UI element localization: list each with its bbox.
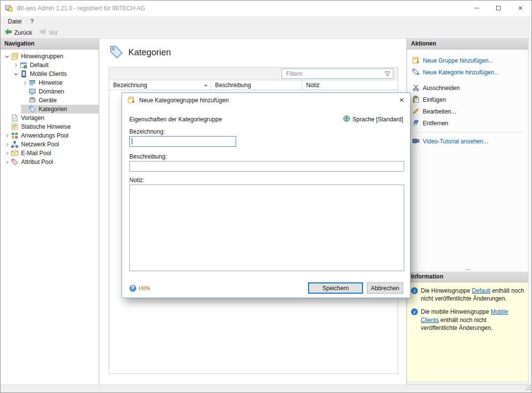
action-bearbeiten[interactable]: Bearbeiten... <box>412 107 523 116</box>
abbrechen-button[interactable]: Abbrechen <box>367 282 403 294</box>
hint-list-icon <box>28 79 36 87</box>
bezeichnung-label: Bezeichnung: <box>129 128 165 135</box>
action-neue-gruppe[interactable]: Neue Gruppe hinzufügen... <box>412 56 523 65</box>
notiz-label: Notiz: <box>129 177 145 184</box>
column-header-bezeichnung[interactable]: Bezeichnung <box>109 80 211 90</box>
folder-add-icon <box>412 56 420 66</box>
panel-splitter[interactable] <box>465 269 466 270</box>
paste-icon <box>412 95 420 105</box>
chevron-right-icon[interactable] <box>21 82 28 84</box>
resize-grip-icon[interactable] <box>525 385 531 392</box>
maximize-icon <box>496 6 501 10</box>
tag-icon <box>28 105 36 113</box>
chevron-down-icon[interactable] <box>12 73 20 75</box>
action-entfernen[interactable]: Entfernen <box>412 119 523 128</box>
text-caret <box>132 138 132 144</box>
column-header-notiz[interactable]: Notiz <box>302 80 398 90</box>
tree-item-mobile-clients[interactable]: Mobile Clients <box>12 69 98 78</box>
pencil-icon <box>412 107 420 116</box>
bezeichnung-input[interactable] <box>129 136 236 147</box>
action-neue-kategorie[interactable]: Neue Kategorie hinzufügen... <box>412 68 523 77</box>
menu-help[interactable]: ? <box>26 16 38 27</box>
chevron-right-icon[interactable] <box>3 152 11 155</box>
tree-item-label: E-Mail Pool <box>21 149 51 158</box>
column-label: Beschreibung <box>215 82 251 89</box>
tree-item-anwendungs-pool[interactable]: Anwendungs Pool <box>3 131 98 140</box>
speichern-button[interactable]: Speichern <box>308 282 363 294</box>
menubar: Datei ? <box>0 16 532 27</box>
beschreibung-input[interactable] <box>129 161 404 172</box>
tree-item-label: Kategorien <box>39 105 67 114</box>
action-label: Neue Gruppe hinzufügen... <box>423 57 493 64</box>
tree-item-default[interactable]: Default <box>12 61 98 69</box>
navigation-header: Navigation <box>0 39 98 49</box>
column-label: Notiz <box>306 82 319 89</box>
scissors-icon <box>412 84 420 93</box>
app-pool-icon <box>11 132 19 139</box>
tree-item-domaenen[interactable]: Domänen <box>21 87 98 96</box>
tag-add-icon <box>412 68 420 77</box>
app-icon <box>5 4 13 12</box>
globe-icon <box>343 115 350 124</box>
aktionen-header: Aktionen <box>407 39 528 49</box>
dialog-section-label: Eigenschaften der Kategoriegruppe <box>129 116 222 123</box>
mobile-icon <box>20 70 27 78</box>
minimize-button[interactable] <box>465 0 487 16</box>
notiz-textarea[interactable] <box>129 185 404 271</box>
column-header-beschreibung[interactable]: Beschreibung <box>211 80 302 90</box>
titlebar: IBI-aws Admin 1.21.0 - registriert für I… <box>0 0 532 16</box>
tree-item-label: Domänen <box>39 87 64 96</box>
info-icon: i <box>411 287 418 294</box>
column-label: Bezeichnung <box>113 82 147 89</box>
hilfe-link[interactable]: ? Hilfe <box>129 285 150 292</box>
info-note: i Die mobile Hinweisgruppe Mobile Client… <box>411 308 524 332</box>
close-icon: × <box>518 4 523 12</box>
tree-item-vorlagen[interactable]: Vorlagen <box>3 114 98 122</box>
tree-item-statische-hinweise[interactable]: Statische Hinweise <box>3 122 98 131</box>
tree-item-label: Hinweise <box>39 78 63 87</box>
tree-item-attribut-pool[interactable]: Attribut Pool <box>3 158 98 166</box>
network-pool-icon <box>11 140 19 148</box>
actions-area: Neue Gruppe hinzufügen... Neue Kategorie… <box>407 49 528 272</box>
help-icon: ? <box>129 285 136 292</box>
action-video-tutorial[interactable]: Video-Tutorial ansehen... <box>412 137 523 146</box>
scrollbar[interactable] <box>528 39 532 385</box>
chevron-right-icon[interactable] <box>3 135 11 137</box>
minimize-icon <box>474 8 479 8</box>
back-button[interactable]: Zurück <box>4 28 32 37</box>
email-pool-icon <box>11 149 19 157</box>
filter-input[interactable] <box>282 69 393 78</box>
maximize-button[interactable] <box>487 0 509 16</box>
table-header: Bezeichnung Beschreibung Notiz <box>109 80 398 90</box>
action-ausschneiden[interactable]: Ausschneiden <box>412 84 523 92</box>
forward-button[interactable]: Vor <box>39 28 58 37</box>
tree-item-hinweisgruppen[interactable]: Hinweisgruppen <box>3 52 98 61</box>
chevron-right-icon[interactable] <box>12 64 20 67</box>
information-header: Information <box>407 272 528 282</box>
tree-item-label: Vorlagen <box>21 114 44 122</box>
menu-datei[interactable]: Datei <box>3 16 26 27</box>
filter-funnel-icon[interactable] <box>384 70 391 79</box>
tree-item-label: Hinweisgruppen <box>21 52 63 61</box>
filter-bar <box>109 68 398 80</box>
info-icon: i <box>411 308 418 315</box>
chevron-right-icon[interactable] <box>3 143 11 146</box>
chevron-right-icon[interactable] <box>3 161 11 163</box>
tree-item-netzwerk-pool[interactable]: Netzwerk Pool <box>3 140 98 149</box>
tree-item-kategorien[interactable]: Kategorien <box>21 105 98 114</box>
tree-item-geraete[interactable]: Geräte <box>21 96 98 105</box>
kategorien-tag-icon <box>109 45 123 61</box>
tree-item-email-pool[interactable]: E-Mail Pool <box>3 149 98 158</box>
tree-item-hinweise[interactable]: Hinweise <box>21 78 98 87</box>
chevron-down-icon[interactable] <box>3 56 11 57</box>
language-selector[interactable]: Sprache [Standard] <box>343 115 403 124</box>
filter-box <box>282 69 393 79</box>
template-icon <box>11 114 19 122</box>
action-einfuegen[interactable]: Einfügen <box>412 95 523 104</box>
default-link[interactable]: Default <box>472 287 490 294</box>
dialog-close-button[interactable]: × <box>393 93 410 108</box>
page-title: Kategorien <box>128 47 171 58</box>
app-window: IBI-aws Admin 1.21.0 - registriert für I… <box>0 0 532 393</box>
back-arrow-icon <box>4 28 12 37</box>
close-button[interactable]: × <box>509 0 532 16</box>
